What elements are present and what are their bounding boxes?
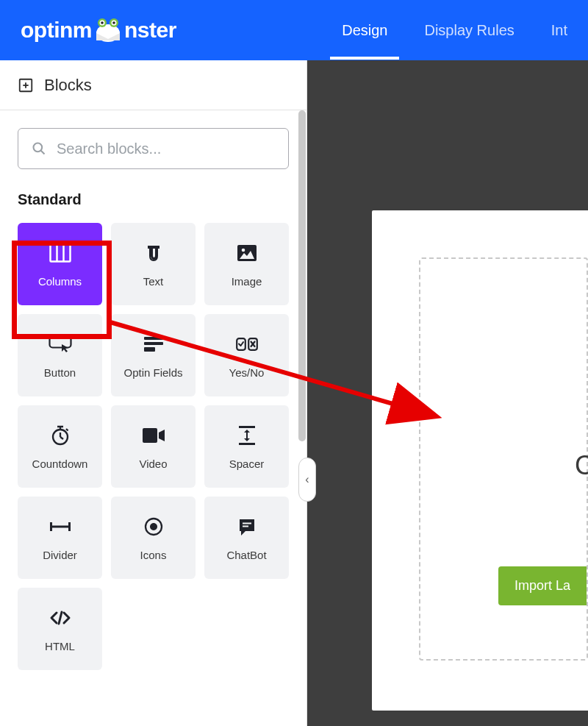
block-label: Yes/No xyxy=(229,366,265,379)
block-chatbot[interactable]: ChatBot xyxy=(204,497,289,579)
add-block-icon xyxy=(18,77,34,93)
svg-rect-35 xyxy=(239,426,255,428)
monster-mascot-icon xyxy=(93,17,123,43)
svg-rect-34 xyxy=(143,428,157,443)
block-video[interactable]: Video xyxy=(111,405,196,488)
svg-rect-41 xyxy=(243,522,251,524)
scrollbar-thumb[interactable] xyxy=(298,110,306,441)
block-label: Button xyxy=(44,366,76,379)
brand-text-prefix: optinm xyxy=(21,18,92,43)
countdown-icon xyxy=(51,424,70,447)
yesno-icon xyxy=(236,332,258,356)
svg-rect-20 xyxy=(49,336,71,347)
svg-point-19 xyxy=(241,248,245,252)
block-label: Columns xyxy=(38,275,82,288)
search-icon xyxy=(32,141,46,156)
block-label: Text xyxy=(143,275,164,288)
blocks-sidebar: Blocks Standard xyxy=(0,60,307,726)
svg-rect-39 xyxy=(50,525,71,527)
svg-rect-36 xyxy=(239,443,255,445)
svg-rect-22 xyxy=(144,342,163,345)
section-title-standard: Standard xyxy=(18,191,289,208)
blocks-grid: Columns Text xyxy=(18,223,289,670)
svg-line-33 xyxy=(66,429,68,431)
block-button[interactable]: Button xyxy=(18,314,102,396)
block-label: ChatBot xyxy=(226,549,266,561)
body-area: Blocks Standard xyxy=(0,60,588,726)
block-label: Countdown xyxy=(32,458,88,470)
block-text[interactable]: Text xyxy=(111,223,196,305)
sidebar-title: Blocks xyxy=(44,76,92,95)
top-nav: Design Display Rules Int xyxy=(342,1,567,60)
import-layout-button[interactable]: Import La xyxy=(498,566,587,605)
block-label: HTML xyxy=(45,640,75,652)
block-countdown[interactable]: Countdown xyxy=(18,405,102,488)
block-label: Image xyxy=(232,275,262,288)
search-box[interactable] xyxy=(18,128,289,169)
svg-rect-16 xyxy=(151,246,153,257)
drop-zone-text: C xyxy=(575,450,588,481)
block-image[interactable]: Image xyxy=(204,223,289,305)
chevron-left-icon: ‹ xyxy=(305,473,309,486)
brand-text-suffix: nster xyxy=(124,18,176,43)
tab-integrations[interactable]: Int xyxy=(551,1,567,60)
block-label: Video xyxy=(139,458,167,470)
svg-point-5 xyxy=(101,21,104,24)
html-icon xyxy=(49,606,71,630)
brand-logo: optinm nster xyxy=(21,17,176,43)
app-header: optinm nster Design Display Rules Int xyxy=(0,0,588,60)
svg-line-30 xyxy=(60,437,63,439)
block-label: Spacer xyxy=(229,458,265,470)
block-icons[interactable]: Icons xyxy=(111,497,196,579)
block-label: Divider xyxy=(43,549,77,561)
svg-point-6 xyxy=(112,21,115,24)
sidebar-scrollbar[interactable] xyxy=(298,110,306,726)
text-icon xyxy=(146,241,161,265)
svg-rect-21 xyxy=(144,337,163,340)
icons-icon xyxy=(144,515,163,538)
canvas-card: C Import La xyxy=(372,210,588,711)
sidebar-scroll: Standard Columns xyxy=(0,110,306,726)
drop-zone[interactable]: C Import La xyxy=(419,257,588,661)
image-icon xyxy=(237,241,257,265)
sidebar-header: Blocks xyxy=(0,60,306,110)
divider-icon xyxy=(50,515,71,538)
tab-display-rules[interactable]: Display Rules xyxy=(424,1,514,60)
video-icon xyxy=(143,424,165,447)
block-label: Icons xyxy=(140,549,167,561)
svg-rect-17 xyxy=(155,246,157,257)
block-divider[interactable]: Divider xyxy=(18,497,102,579)
tab-design[interactable]: Design xyxy=(342,1,387,60)
svg-rect-15 xyxy=(148,246,159,248)
button-icon xyxy=(49,332,72,356)
svg-rect-23 xyxy=(144,347,155,352)
svg-line-11 xyxy=(41,151,45,154)
collapse-sidebar-handle[interactable]: ‹ xyxy=(298,458,316,502)
block-label: Optin Fields xyxy=(123,366,182,379)
svg-point-10 xyxy=(34,143,43,152)
svg-line-43 xyxy=(59,612,62,624)
spacer-icon xyxy=(239,424,255,447)
svg-rect-42 xyxy=(243,525,248,527)
columns-icon xyxy=(49,241,71,265)
optin-fields-icon xyxy=(144,332,163,356)
block-yesno[interactable]: Yes/No xyxy=(204,314,289,396)
block-optin-fields[interactable]: Optin Fields xyxy=(111,314,196,396)
block-columns[interactable]: Columns xyxy=(18,223,102,305)
chatbot-icon xyxy=(238,515,256,538)
block-spacer[interactable]: Spacer xyxy=(204,405,289,488)
block-html[interactable]: HTML xyxy=(18,588,102,670)
svg-rect-12 xyxy=(50,244,70,261)
design-canvas: C Import La xyxy=(307,60,588,726)
search-input[interactable] xyxy=(57,140,275,157)
